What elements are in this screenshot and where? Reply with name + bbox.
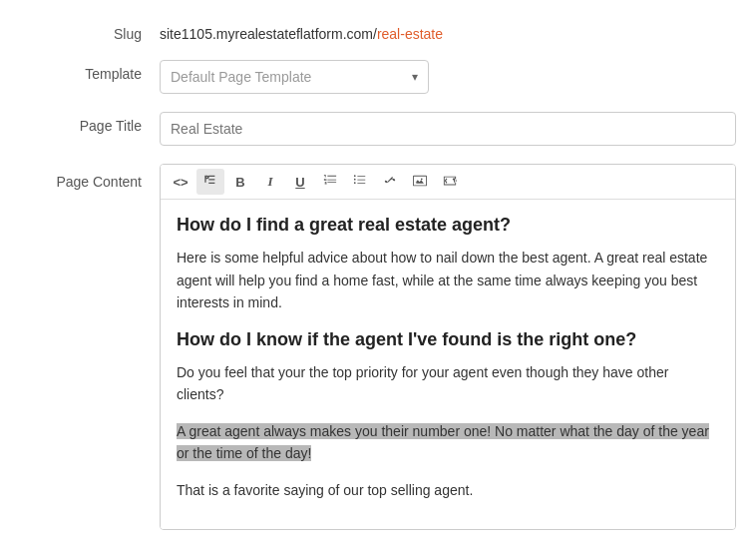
page-title-label: Page Title	[20, 112, 160, 134]
page-title-input[interactable]	[160, 112, 736, 146]
chevron-down-icon: ▾	[412, 70, 418, 84]
slug-row: Slug site1105.myrealestateflatform.com/r…	[0, 20, 756, 42]
page-title-row: Page Title	[0, 112, 756, 146]
code-icon: <>	[173, 175, 188, 190]
embed-icon	[443, 174, 457, 191]
underline-icon: U	[295, 175, 304, 190]
ordered-list-button[interactable]	[316, 169, 344, 195]
bold-icon: B	[235, 175, 244, 190]
editor-container: <> B I U	[160, 164, 736, 530]
embed-button[interactable]	[436, 169, 464, 195]
ordered-list-icon	[323, 174, 337, 191]
slug-value: site1105.myrealestateflatform.com/real-e…	[160, 20, 736, 42]
image-icon	[413, 174, 427, 191]
template-value: Default Page Template	[171, 69, 311, 85]
unordered-list-button[interactable]	[346, 169, 374, 195]
page-content-label: Page Content	[20, 164, 160, 190]
editor-toolbar: <> B I U	[161, 165, 735, 200]
content-paragraph-1: Here is some helpful advice about how to…	[177, 247, 719, 313]
image-button[interactable]	[406, 169, 434, 195]
page-content-row: Page Content <> B I U	[0, 164, 756, 530]
content-heading-1: How do I find a great real estate agent?	[177, 214, 719, 237]
content-paragraph-4: That is a favorite saying of our top sel…	[177, 479, 719, 501]
template-label: Template	[20, 60, 160, 82]
code-button[interactable]: <>	[167, 169, 194, 195]
page-title-field	[160, 112, 736, 146]
format-button[interactable]	[196, 169, 224, 195]
paragraph-icon	[203, 174, 217, 191]
link-button[interactable]	[376, 169, 404, 195]
underline-button[interactable]: U	[286, 169, 314, 195]
editor-body[interactable]: How do I find a great real estate agent?…	[161, 200, 735, 529]
bold-button[interactable]: B	[226, 169, 254, 195]
slug-label: Slug	[20, 20, 160, 42]
slug-base-text: site1105.myrealestateflatform.com/	[160, 26, 377, 42]
slug-link[interactable]: real-estate	[377, 26, 443, 42]
italic-icon: I	[267, 174, 272, 190]
content-heading-2: How do I know if the agent I've found is…	[177, 328, 719, 351]
template-select[interactable]: Default Page Template ▾	[160, 60, 429, 94]
content-paragraph-3: A great agent always makes you their num…	[177, 420, 719, 465]
highlighted-text: A great agent always makes you their num…	[177, 423, 709, 461]
unordered-list-icon	[353, 174, 367, 191]
italic-button[interactable]: I	[256, 169, 284, 195]
template-row: Template Default Page Template ▾	[0, 60, 756, 94]
content-paragraph-2: Do you feel that your the top priority f…	[177, 361, 719, 406]
template-field: Default Page Template ▾	[160, 60, 736, 94]
link-icon	[383, 174, 397, 191]
